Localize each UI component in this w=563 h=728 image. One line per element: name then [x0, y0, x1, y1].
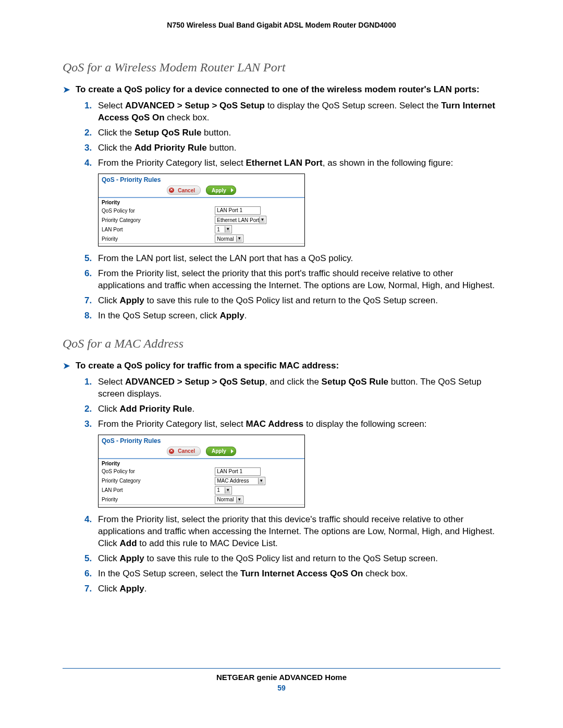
panel-title: QoS - Priority Rules — [99, 174, 304, 184]
intro-text: To create a QoS policy for a device conn… — [76, 84, 480, 96]
priority-header: Priority — [99, 459, 304, 467]
chevron-down-icon: ▼ — [225, 487, 230, 493]
priority-category-select[interactable]: MAC Address▼ — [215, 477, 265, 485]
step-number: 7. — [84, 583, 98, 595]
chevron-down-icon: ▼ — [225, 226, 230, 232]
steps-list-lan: 1. Select ADVANCED > Setup > QoS Setup t… — [84, 100, 500, 169]
row-label: LAN Port — [99, 486, 212, 495]
step-number: 3. — [84, 142, 98, 154]
cancel-button[interactable]: ×Cancel — [167, 186, 201, 195]
priority-select[interactable]: Normal▼ — [215, 235, 243, 243]
step-text: From the Priority Category list, select … — [98, 157, 500, 169]
qos-policy-for-input[interactable]: LAN Port 1 — [215, 206, 261, 215]
step-text: From the LAN port list, select the LAN p… — [98, 253, 500, 265]
priority-category-select[interactable]: Ethernet LAN Port▼ — [215, 216, 266, 224]
footer-title: NETGEAR genie ADVANCED Home — [63, 673, 500, 682]
step-number: 1. — [84, 100, 98, 112]
step-text: Click the Setup QoS Rule button. — [98, 127, 500, 139]
row-label: LAN Port — [99, 225, 212, 234]
step-text: Click Apply. — [98, 583, 500, 595]
steps-list-mac-cont: 4. From the Priority list, select the pr… — [84, 514, 500, 595]
row-label: Priority — [99, 495, 212, 504]
step-text: Select ADVANCED > Setup > QoS Setup to d… — [98, 100, 500, 124]
step-number: 3. — [84, 418, 98, 430]
chevron-down-icon: ▼ — [259, 217, 265, 223]
priority-select[interactable]: Normal▼ — [215, 496, 243, 504]
cancel-button[interactable]: ×Cancel — [167, 447, 201, 456]
page-footer: NETGEAR genie ADVANCED Home 59 — [63, 668, 500, 692]
step-text: Click Apply to save this rule to the QoS… — [98, 295, 500, 307]
step-text: Click Add Priority Rule. — [98, 403, 500, 415]
priority-header: Priority — [99, 198, 304, 206]
arrow-icon: ➤ — [63, 84, 70, 96]
step-number: 7. — [84, 295, 98, 307]
screenshot-qos-mac: QoS - Priority Rules ×Cancel Apply Prior… — [98, 435, 305, 508]
step-number: 2. — [84, 127, 98, 139]
screenshot-qos-lan: QoS - Priority Rules ×Cancel Apply Prior… — [98, 174, 305, 246]
apply-button[interactable]: Apply — [206, 186, 236, 195]
step-text: Click Apply to save this rule to the QoS… — [98, 553, 500, 565]
close-icon: × — [170, 448, 173, 453]
qos-policy-for-input[interactable]: LAN Port 1 — [215, 467, 261, 476]
section-title-mac: QoS for a MAC Address — [63, 337, 500, 351]
step-number: 6. — [84, 268, 98, 280]
chevron-down-icon: ▼ — [236, 236, 242, 242]
step-number: 4. — [84, 157, 98, 169]
step-text: From the Priority Category list, select … — [98, 418, 500, 430]
lan-port-select[interactable]: 1▼ — [215, 225, 232, 233]
document-header: N750 Wireless Dual Band Gigabit ADSL Mod… — [63, 21, 500, 29]
step-number: 4. — [84, 514, 98, 526]
step-text: In the QoS Setup screen, select the Turn… — [98, 568, 500, 580]
row-label: Priority — [99, 234, 212, 243]
lan-port-select[interactable]: 1▼ — [215, 486, 232, 495]
chevron-down-icon: ▼ — [258, 478, 264, 484]
panel-title: QoS - Priority Rules — [99, 435, 304, 446]
step-text: From the Priority list, select the prior… — [98, 514, 500, 550]
row-label: QoS Policy for — [99, 206, 212, 215]
steps-list-mac: 1. Select ADVANCED > Setup > QoS Setup, … — [84, 376, 500, 430]
footer-page-number: 59 — [63, 684, 500, 692]
step-number: 1. — [84, 376, 98, 388]
arrow-icon: ➤ — [63, 360, 70, 372]
step-text: Select ADVANCED > Setup > QoS Setup, and… — [98, 376, 500, 400]
chevron-down-icon: ▼ — [236, 497, 242, 503]
steps-list-lan-cont: 5. From the LAN port list, select the LA… — [84, 253, 500, 322]
row-label: Priority Category — [99, 476, 212, 486]
step-number: 5. — [84, 253, 98, 265]
section-title-lan-port: QoS for a Wireless Modem Router LAN Port — [63, 60, 500, 75]
step-number: 2. — [84, 403, 98, 415]
step-number: 5. — [84, 553, 98, 565]
row-label: Priority Category — [99, 215, 212, 225]
row-label: QoS Policy for — [99, 467, 212, 476]
apply-button[interactable]: Apply — [206, 447, 236, 456]
step-text: In the QoS Setup screen, click Apply. — [98, 310, 500, 322]
step-text: Click the Add Priority Rule button. — [98, 142, 500, 154]
intro-text: To create a QoS policy for traffic from … — [76, 360, 339, 372]
close-icon: × — [170, 187, 173, 192]
step-text: From the Priority list, select the prior… — [98, 268, 500, 292]
step-number: 6. — [84, 568, 98, 580]
procedure-intro-lan: ➤ To create a QoS policy for a device co… — [63, 84, 500, 96]
procedure-intro-mac: ➤ To create a QoS policy for traffic fro… — [63, 360, 500, 372]
step-number: 8. — [84, 310, 98, 322]
